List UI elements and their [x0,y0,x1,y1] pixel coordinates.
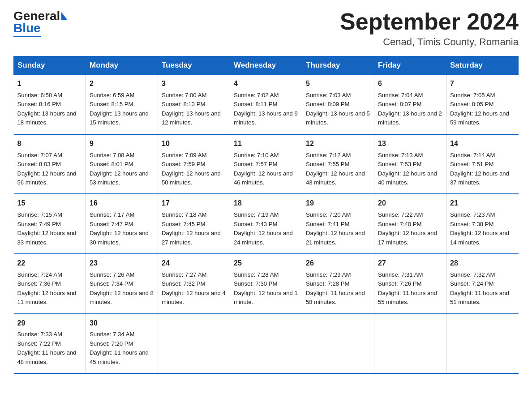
logo: General Blue [13,9,68,37]
day-of-week-tuesday: Tuesday [158,56,230,75]
day-number: 18 [234,198,298,209]
day-of-week-wednesday: Wednesday [230,56,302,75]
day-number: 23 [90,258,154,269]
day-number: 6 [378,78,442,90]
day-info: Sunrise: 7:03 AMSunset: 8:09 PMDaylight:… [306,91,370,128]
day-number: 10 [162,138,226,150]
day-number: 21 [450,198,515,209]
calendar-cell: 27Sunrise: 7:31 AMSunset: 7:26 PMDayligh… [374,254,446,314]
day-number: 27 [378,258,442,269]
calendar-cell: 23Sunrise: 7:26 AMSunset: 7:34 PMDayligh… [86,254,158,314]
day-number: 24 [162,258,226,269]
calendar-cell: 30Sunrise: 7:34 AMSunset: 7:20 PMDayligh… [86,314,158,374]
day-info: Sunrise: 7:05 AMSunset: 8:05 PMDaylight:… [450,91,515,128]
day-number: 30 [90,318,154,329]
calendar-cell [374,314,446,374]
day-number: 4 [234,78,298,90]
day-number: 26 [306,258,370,269]
day-info: Sunrise: 7:10 AMSunset: 7:57 PMDaylight:… [234,151,298,188]
day-number: 15 [17,198,82,209]
day-info: Sunrise: 6:58 AMSunset: 8:16 PMDaylight:… [17,91,82,128]
calendar-table: SundayMondayTuesdayWednesdayThursdayFrid… [13,56,519,374]
day-info: Sunrise: 7:07 AMSunset: 8:03 PMDaylight:… [17,151,82,188]
calendar-cell: 25Sunrise: 7:28 AMSunset: 7:30 PMDayligh… [230,254,302,314]
calendar-cell [158,314,230,374]
day-info: Sunrise: 7:26 AMSunset: 7:34 PMDaylight:… [90,270,154,307]
calendar-week-row: 8Sunrise: 7:07 AMSunset: 8:03 PMDaylight… [14,134,519,194]
calendar-cell: 3Sunrise: 7:00 AMSunset: 8:13 PMDaylight… [158,75,230,134]
calendar-cell: 15Sunrise: 7:15 AMSunset: 7:49 PMDayligh… [14,194,86,254]
day-number: 1 [17,78,82,90]
calendar-cell: 2Sunrise: 6:59 AMSunset: 8:15 PMDaylight… [86,75,158,134]
calendar-cell: 19Sunrise: 7:20 AMSunset: 7:41 PMDayligh… [302,194,374,254]
calendar-cell: 12Sunrise: 7:12 AMSunset: 7:55 PMDayligh… [302,134,374,194]
calendar-cell [302,314,374,374]
calendar-cell: 24Sunrise: 7:27 AMSunset: 7:32 PMDayligh… [158,254,230,314]
calendar-cell: 13Sunrise: 7:13 AMSunset: 7:53 PMDayligh… [374,134,446,194]
day-number: 29 [17,318,82,329]
calendar-header-row: SundayMondayTuesdayWednesdayThursdayFrid… [14,56,519,75]
day-of-week-monday: Monday [86,56,158,75]
day-info: Sunrise: 7:13 AMSunset: 7:53 PMDaylight:… [378,151,442,188]
day-info: Sunrise: 7:12 AMSunset: 7:55 PMDaylight:… [306,151,370,188]
calendar-cell: 21Sunrise: 7:23 AMSunset: 7:38 PMDayligh… [446,194,519,254]
day-info: Sunrise: 7:24 AMSunset: 7:36 PMDaylight:… [17,270,82,307]
calendar-cell: 4Sunrise: 7:02 AMSunset: 8:11 PMDaylight… [230,75,302,134]
day-info: Sunrise: 7:17 AMSunset: 7:47 PMDaylight:… [90,210,154,247]
day-info: Sunrise: 7:22 AMSunset: 7:40 PMDaylight:… [378,210,442,247]
calendar-cell: 14Sunrise: 7:14 AMSunset: 7:51 PMDayligh… [446,134,519,194]
calendar-week-row: 15Sunrise: 7:15 AMSunset: 7:49 PMDayligh… [14,194,519,254]
day-of-week-thursday: Thursday [302,56,374,75]
calendar-cell: 26Sunrise: 7:29 AMSunset: 7:28 PMDayligh… [302,254,374,314]
day-number: 20 [378,198,442,209]
logo-blue-text: Blue [13,21,41,37]
day-number: 14 [450,138,515,150]
day-of-week-saturday: Saturday [446,56,519,75]
day-info: Sunrise: 7:28 AMSunset: 7:30 PMDaylight:… [234,270,298,307]
day-number: 9 [90,138,154,150]
calendar-cell: 6Sunrise: 7:04 AMSunset: 8:07 PMDaylight… [374,75,446,134]
calendar-cell [230,314,302,374]
day-number: 19 [306,198,370,209]
calendar-week-row: 22Sunrise: 7:24 AMSunset: 7:36 PMDayligh… [14,254,519,314]
calendar-cell: 16Sunrise: 7:17 AMSunset: 7:47 PMDayligh… [86,194,158,254]
calendar-cell: 1Sunrise: 6:58 AMSunset: 8:16 PMDaylight… [14,75,86,134]
day-info: Sunrise: 7:20 AMSunset: 7:41 PMDaylight:… [306,210,370,247]
title-area: September 2024 Cenad, Timis County, Roma… [340,9,519,48]
day-number: 3 [162,78,226,90]
day-info: Sunrise: 7:29 AMSunset: 7:28 PMDaylight:… [306,270,370,307]
calendar-week-row: 29Sunrise: 7:33 AMSunset: 7:22 PMDayligh… [14,314,519,374]
calendar-cell: 20Sunrise: 7:22 AMSunset: 7:40 PMDayligh… [374,194,446,254]
day-number: 17 [162,198,226,209]
calendar-cell: 18Sunrise: 7:19 AMSunset: 7:43 PMDayligh… [230,194,302,254]
logo-arrow-icon [61,12,68,20]
calendar-cell: 17Sunrise: 7:18 AMSunset: 7:45 PMDayligh… [158,194,230,254]
day-number: 16 [90,198,154,209]
day-info: Sunrise: 7:08 AMSunset: 8:01 PMDaylight:… [90,151,154,188]
day-of-week-friday: Friday [374,56,446,75]
day-info: Sunrise: 7:02 AMSunset: 8:11 PMDaylight:… [234,91,298,128]
day-number: 12 [306,138,370,150]
calendar-cell [446,314,519,374]
calendar-cell: 5Sunrise: 7:03 AMSunset: 8:09 PMDaylight… [302,75,374,134]
day-number: 28 [450,258,515,269]
day-number: 7 [450,78,515,90]
day-info: Sunrise: 7:04 AMSunset: 8:07 PMDaylight:… [378,91,442,128]
day-info: Sunrise: 7:33 AMSunset: 7:22 PMDaylight:… [17,330,82,367]
day-info: Sunrise: 7:09 AMSunset: 7:59 PMDaylight:… [162,151,226,188]
calendar-cell: 22Sunrise: 7:24 AMSunset: 7:36 PMDayligh… [14,254,86,314]
page-header: General Blue September 2024 Cenad, Timis… [13,9,519,48]
day-number: 13 [378,138,442,150]
day-number: 11 [234,138,298,150]
month-title: September 2024 [340,9,519,34]
day-info: Sunrise: 7:27 AMSunset: 7:32 PMDaylight:… [162,270,226,307]
day-info: Sunrise: 7:18 AMSunset: 7:45 PMDaylight:… [162,210,226,247]
day-info: Sunrise: 7:32 AMSunset: 7:24 PMDaylight:… [450,270,515,307]
calendar-cell: 28Sunrise: 7:32 AMSunset: 7:24 PMDayligh… [446,254,519,314]
calendar-week-row: 1Sunrise: 6:58 AMSunset: 8:16 PMDaylight… [14,75,519,134]
day-info: Sunrise: 7:23 AMSunset: 7:38 PMDaylight:… [450,210,515,247]
day-number: 2 [90,78,154,90]
calendar-cell: 8Sunrise: 7:07 AMSunset: 8:03 PMDaylight… [14,134,86,194]
day-number: 22 [17,258,82,269]
day-info: Sunrise: 7:00 AMSunset: 8:13 PMDaylight:… [162,91,226,128]
